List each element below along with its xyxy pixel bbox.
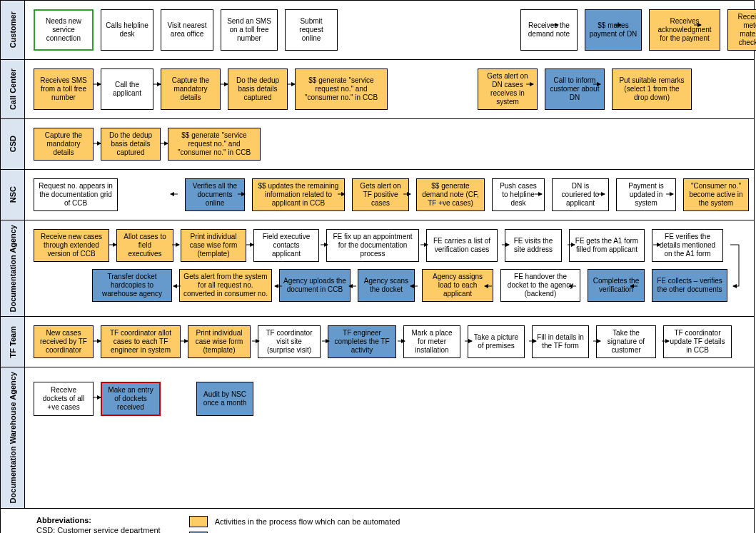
lane-documentation-agency: Documentation Agency: [1, 220, 754, 317]
step-receives-dn: Receives the demand note: [520, 9, 578, 51]
step-tf-mark-place: Mark a place for meter installation: [403, 325, 460, 358]
lane-label: TF Team: [7, 322, 19, 362]
lane-tf-team: TF Team New cases received by TF coordin…: [1, 317, 754, 367]
step-call-applicant: Call the applicant: [101, 68, 153, 110]
step-tf-signature: Take the signature of customer: [596, 325, 656, 358]
lane-customer: Customer Needs new service connection Ca…: [1, 1, 754, 60]
step-push-helpline: Push cases to helpline desk: [492, 178, 545, 211]
step-req-no-grid: Request no. appears in the documentation…: [34, 178, 118, 211]
step-agency-uploads: Agency uploads the document in CCB: [279, 269, 351, 302]
step-wh-receive: Receive dockets of all +ve cases: [34, 382, 94, 416]
step-tf-engineer: TF engineer completes the TF activity: [328, 325, 396, 358]
step-capture-details: Capture the mandatory details: [161, 68, 221, 110]
lane-label: NSC: [7, 182, 19, 207]
step-consumer-active: "Consumer no." become active in the syst…: [683, 178, 749, 211]
step-receives-sms: Receives SMS from a toll free number: [34, 68, 94, 110]
legend-keys: Activities in the process flow which can…: [189, 516, 421, 533]
step-tf-fill-form: Fill in details in the TF form: [532, 325, 589, 358]
step-allot-cases: Allot cases to field executives: [116, 229, 173, 262]
step-receive-cases: Receive new cases through extended versi…: [34, 229, 109, 262]
abbr-title: Abbreviations:: [36, 516, 161, 524]
lane-label: Customer: [7, 7, 19, 52]
step-needs-new-service: Needs new service connection: [34, 9, 94, 51]
lane-call-center: Call Center Receives SMS from a toll fre…: [1, 60, 754, 119]
step-completes-verification: Completes the verification: [588, 269, 645, 302]
step-tf-visit-site: TF coordinator visit site (surprise visi…: [258, 325, 321, 358]
step-fe-a1form: FE gets the A1 form filled from applican…: [569, 229, 645, 262]
step-ack-payment: Receives acknowledgment for the payment: [649, 9, 720, 51]
step-agency-scans: Agency scans the docket: [358, 269, 415, 302]
step-visit-office: Visit nearest area office: [161, 9, 213, 51]
step-gen-dn: $$ generate demand note (CF, TF +ve case…: [416, 178, 485, 211]
step-wh-entry: Make an entry of dockets received: [101, 382, 161, 416]
lane-head-tf-team: TF Team: [1, 317, 25, 367]
legend: Abbreviations: CSD: Customer service dep…: [1, 509, 754, 533]
lane-head-customer: Customer: [1, 1, 25, 59]
abbr-csd: CSD: Customer service department: [36, 526, 161, 533]
lane-label: Documentation Warehouse Agency: [7, 367, 19, 507]
step-agency-assigns-load: Agency assigns load to each applicant: [422, 269, 493, 302]
step-csd-generate: $$ generate "service request no." and "c…: [168, 128, 261, 161]
step-tf-new-cases: New cases received by TF coordinator: [34, 325, 94, 358]
abbreviations: Abbreviations: CSD: Customer service dep…: [36, 516, 161, 533]
step-transfer-docket: Transfer docket hardcopies to warehouse …: [92, 269, 172, 302]
step-fe-handover: FE handover the docket to the agency (ba…: [500, 269, 580, 302]
step-fe-collects: FE collects – verifies the other documen…: [652, 269, 727, 302]
lane-head-documentation-agency: Documentation Agency: [1, 220, 25, 316]
step-fe-contacts: Field executive contacts applicant: [253, 229, 319, 262]
step-checklist: Receives meter material checklist: [727, 9, 756, 51]
step-fe-carries-list: FE carries a list of verification cases: [426, 229, 498, 262]
step-fe-visits: FE visits the site address: [505, 229, 562, 262]
step-csd-dedup: Do the dedup basis details captured: [101, 128, 161, 161]
lane-warehouse-agency: Documentation Warehouse Agency Receive d…: [1, 367, 754, 508]
step-print-form: Print individual case wise form (templat…: [181, 229, 246, 262]
lane-csd: CSD Capture the mandatory details Do the…: [1, 119, 754, 170]
lane-label: CSD: [7, 131, 19, 156]
step-verify-docs: Verifies all the documents online: [185, 178, 245, 211]
step-wh-audit: Audit by NSC once a month: [196, 382, 253, 416]
swatch-auto-icon: [189, 516, 208, 527]
step-dedup: Do the dedup basis details captured: [228, 68, 288, 110]
lane-head-nsc: NSC: [1, 170, 25, 220]
lane-head-call-center: Call Center: [1, 60, 25, 118]
step-tf-allot: TF coordinator allot cases to each TF en…: [101, 325, 181, 358]
lane-head-csd: CSD: [1, 119, 25, 169]
lane-label: Documentation Agency: [7, 220, 19, 316]
step-payment-updated: Payment is updated in system: [616, 178, 676, 211]
step-update-applicant: $$ updates the remaining information rel…: [252, 178, 345, 211]
step-alert-tf: Gets alert on TF positive cases: [352, 178, 409, 211]
step-generate-req-no: $$ generate "service request no." and "c…: [295, 68, 388, 110]
lane-head-warehouse-agency: Documentation Warehouse Agency: [1, 367, 25, 507]
step-inform-customer: Call to inform customer about DN: [545, 68, 605, 110]
step-csd-capture: Capture the mandatory details: [34, 128, 94, 161]
lane-nsc: NSC Request no. appears in the documenta…: [1, 170, 754, 220]
step-send-sms: Send an SMS on a toll free number: [221, 9, 278, 51]
step-tf-update-ccb: TF coordinator update TF details in CCB: [663, 325, 732, 358]
step-makes-payment: $$ makes payment of DN: [585, 9, 642, 51]
step-put-remarks: Put suitable remarks (select 1 from the …: [612, 68, 692, 110]
step-fe-appointment: FE fix up an appointment for the documen…: [326, 229, 419, 262]
step-fe-verify-a1: FE verifies the details mentioned on the…: [652, 229, 723, 262]
lane-label: Call Center: [7, 64, 19, 114]
step-alert-converted: Gets alert from the system for all reque…: [179, 269, 272, 302]
step-alert-dn: Gets alert on DN cases receives in syste…: [478, 68, 538, 110]
step-submit-online: Submit request online: [285, 9, 338, 51]
step-tf-picture: Take a picture of premises: [468, 325, 525, 358]
step-tf-print: Print individual case wise form (templat…: [188, 325, 251, 358]
step-dn-courier: DN is couriered to applicant: [552, 178, 609, 211]
legend-auto: Activities in the process flow which can…: [215, 517, 400, 526]
swimlane-diagram: Customer Needs new service connection Ca…: [0, 0, 755, 533]
step-calls-helpline: Calls helpline desk: [101, 9, 153, 51]
